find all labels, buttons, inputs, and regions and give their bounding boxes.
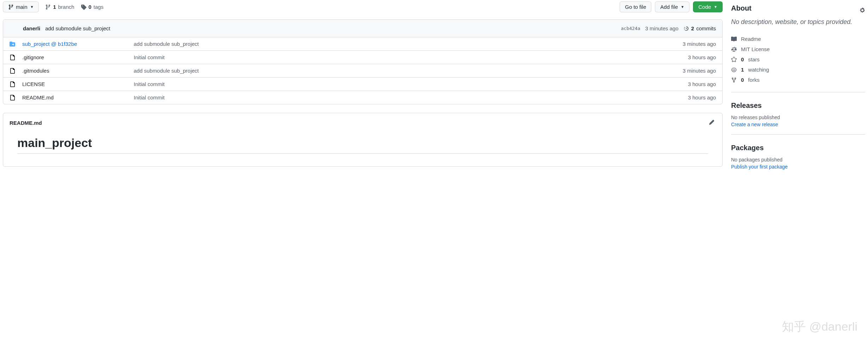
repo-settings-button[interactable] — [860, 7, 865, 14]
file-commit-message[interactable]: Initial commit — [134, 81, 654, 87]
caret-down-icon: ▼ — [30, 5, 34, 9]
caret-down-icon: ▼ — [714, 5, 717, 9]
file-row: .gitmodulesadd submodule sub_project3 mi… — [3, 64, 722, 78]
file-name-link[interactable]: README.md — [22, 94, 54, 100]
tags-count: 0 — [89, 4, 91, 10]
file-row: LICENSEInitial commit3 hours ago — [3, 78, 722, 91]
branch-selector-button[interactable]: main ▼ — [3, 1, 39, 12]
file-time: 3 hours ago — [659, 94, 716, 100]
commit-sha-link[interactable]: acb424a — [621, 26, 640, 31]
latest-commit-header: danerli add submodule sub_project acb424… — [3, 20, 722, 37]
caret-down-icon: ▼ — [681, 5, 684, 9]
commit-time: 3 minutes ago — [645, 25, 679, 31]
file-row: .gitignoreInitial commit3 hours ago — [3, 51, 722, 64]
license-link[interactable]: MIT License — [731, 44, 865, 54]
add-file-button[interactable]: Add file ▼ — [655, 1, 689, 12]
watching-link[interactable]: 1 watching — [731, 65, 865, 75]
packages-heading[interactable]: Packages — [731, 144, 865, 152]
file-time: 3 minutes ago — [659, 68, 716, 74]
branches-link[interactable]: 1 branch — [45, 4, 74, 10]
file-time: 3 hours ago — [659, 81, 716, 87]
history-icon — [683, 26, 689, 31]
file-time: 3 hours ago — [659, 54, 716, 60]
file-time: 3 minutes ago — [659, 41, 716, 47]
file-icon — [10, 55, 17, 60]
create-release-link[interactable]: Create a new release — [731, 122, 778, 127]
eye-icon — [731, 67, 737, 73]
branch-name: main — [16, 4, 28, 10]
publish-package-link[interactable]: Publish your first package — [731, 164, 788, 170]
stars-link[interactable]: 0 stars — [731, 54, 865, 65]
file-commit-message[interactable]: Initial commit — [134, 94, 654, 100]
releases-heading[interactable]: Releases — [731, 102, 865, 110]
readme-filename[interactable]: README.md — [10, 120, 42, 126]
readme-heading: main_project — [17, 136, 708, 154]
about-description: No description, website, or topics provi… — [731, 17, 865, 27]
file-name-link[interactable]: .gitmodules — [22, 68, 49, 74]
file-commit-message[interactable]: add submodule sub_project — [134, 68, 654, 74]
readme-panel: README.md main_project — [3, 113, 723, 167]
releases-none-text: No releases published — [731, 115, 865, 120]
book-icon — [731, 36, 737, 42]
file-list: danerli add submodule sub_project acb424… — [3, 19, 723, 104]
law-icon — [731, 47, 737, 52]
packages-none-text: No packages published — [731, 157, 865, 163]
commits-label: commits — [696, 25, 716, 31]
file-name-link[interactable]: sub_project @ b1f32be — [22, 41, 77, 47]
file-name-link[interactable]: LICENSE — [22, 81, 45, 87]
commit-message-link[interactable]: add submodule sub_project — [45, 25, 110, 31]
file-icon — [10, 68, 17, 74]
directory-icon — [10, 41, 17, 47]
repo-toolbar: main ▼ 1 branch 0 tags — [3, 1, 723, 12]
commits-count: 2 — [691, 25, 694, 31]
tag-icon — [81, 4, 86, 10]
tags-label: tags — [94, 4, 103, 10]
file-icon — [10, 95, 17, 100]
branch-count: 1 — [53, 4, 56, 10]
forks-link[interactable]: 0 forks — [731, 75, 865, 85]
branch-icon — [45, 4, 51, 10]
file-row: README.mdInitial commit3 hours ago — [3, 91, 722, 104]
branch-icon — [8, 4, 14, 10]
code-button[interactable]: Code ▼ — [693, 1, 723, 12]
file-commit-message[interactable]: add submodule sub_project — [134, 41, 654, 47]
file-row: sub_project @ b1f32beadd submodule sub_p… — [3, 37, 722, 51]
gear-icon — [860, 7, 865, 13]
pencil-icon — [709, 120, 715, 125]
about-heading: About — [731, 4, 752, 12]
star-icon — [731, 57, 737, 62]
tags-link[interactable]: 0 tags — [81, 4, 104, 10]
fork-icon — [731, 77, 737, 83]
go-to-file-button[interactable]: Go to file — [620, 1, 651, 12]
edit-readme-button[interactable] — [707, 118, 716, 128]
readme-link[interactable]: Readme — [731, 34, 865, 44]
file-name-link[interactable]: .gitignore — [22, 54, 44, 60]
branch-label: branch — [58, 4, 74, 10]
commits-history-link[interactable]: 2 commits — [683, 25, 716, 31]
file-commit-message[interactable]: Initial commit — [134, 54, 654, 60]
commit-author-link[interactable]: danerli — [23, 25, 40, 31]
file-icon — [10, 81, 17, 87]
